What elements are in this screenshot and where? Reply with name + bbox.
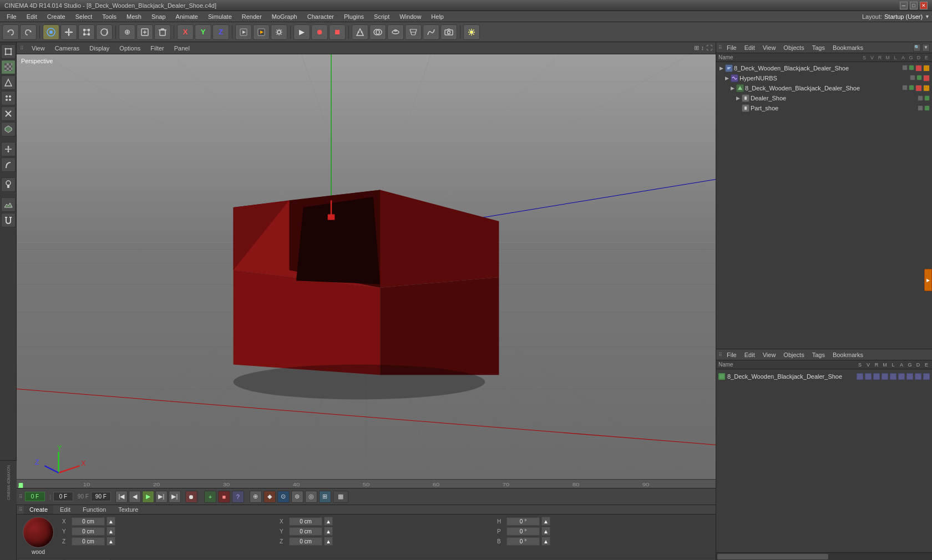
x-size-input[interactable]: [289, 517, 322, 526]
menu-simulate[interactable]: Simulate: [204, 12, 236, 21]
tree-item-dealer-shoe-obj[interactable]: ▶ 8_Deck_Wooden_Blackjack_Dealer_Shoe: [728, 83, 931, 93]
h-rot-up-button[interactable]: ▲: [541, 517, 550, 526]
autokey-button[interactable]: ◆: [264, 491, 276, 503]
current-frame-input[interactable]: [25, 492, 45, 501]
attr-cb-g[interactable]: [906, 373, 913, 380]
frame-counter-display[interactable]: [53, 492, 73, 501]
viewport-icon-1[interactable]: ⊞: [694, 44, 699, 52]
tc-0-1[interactable]: [902, 65, 908, 70]
keyframe-add-button[interactable]: +: [204, 491, 216, 503]
tab-function[interactable]: Function: [77, 505, 112, 514]
tc-3-1[interactable]: [918, 95, 923, 101]
attr-cb-d[interactable]: [915, 373, 921, 380]
om-menu-tags[interactable]: Tags: [809, 44, 828, 52]
om-filter-icon[interactable]: ▼: [922, 44, 930, 52]
viewport-3d[interactable]: Perspective: [17, 54, 716, 479]
om-menu-objects[interactable]: Objects: [780, 44, 807, 52]
menu-character[interactable]: Character: [303, 12, 338, 21]
grid-button[interactable]: ⊞: [319, 491, 331, 503]
delete-button[interactable]: [154, 24, 171, 40]
om-menu-file[interactable]: File: [723, 44, 740, 52]
render-settings-button[interactable]: [271, 24, 287, 40]
new-object-button[interactable]: [136, 24, 153, 40]
am-menu-view[interactable]: View: [759, 351, 779, 359]
x-axis-button[interactable]: X: [177, 24, 194, 40]
step-back-button[interactable]: ◀: [129, 491, 141, 503]
menu-render[interactable]: Render: [237, 12, 266, 21]
menu-tools[interactable]: Tools: [98, 12, 121, 21]
y-size-up-button[interactable]: ▲: [324, 527, 333, 536]
h-rot-input[interactable]: [506, 517, 540, 526]
brush-tool-button[interactable]: [1, 177, 16, 192]
p-rot-input[interactable]: [506, 527, 540, 536]
z-pos-input[interactable]: [72, 537, 105, 546]
p-rot-up-button[interactable]: ▲: [541, 527, 550, 536]
om-search-icon[interactable]: 🔍: [913, 44, 921, 52]
sweep-button[interactable]: [387, 24, 404, 40]
viewport-menu-view[interactable]: View: [27, 44, 49, 52]
tc-3-2[interactable]: [924, 95, 930, 101]
points-mode-button[interactable]: [1, 91, 16, 105]
menu-mograph[interactable]: MoGraph: [267, 12, 302, 21]
z-size-input[interactable]: [289, 537, 322, 546]
attr-cb-s[interactable]: [857, 373, 863, 380]
tab-edit[interactable]: Edit: [54, 505, 76, 514]
uv-mode-button[interactable]: [1, 75, 16, 90]
scale-button[interactable]: [78, 24, 95, 40]
render-to-picture-viewer-button[interactable]: [253, 24, 270, 40]
am-menu-objects[interactable]: Objects: [780, 351, 807, 359]
om-menu-view[interactable]: View: [759, 44, 779, 52]
y-pos-input[interactable]: [72, 527, 105, 536]
tab-create[interactable]: Create: [24, 505, 53, 514]
record-button[interactable]: ⏺: [311, 24, 328, 40]
viewport-icon-2[interactable]: ↕: [701, 44, 705, 52]
x-pos-up-button[interactable]: ▲: [107, 517, 115, 526]
viewport-menu-cameras[interactable]: Cameras: [50, 44, 84, 52]
texture-mode-button[interactable]: [1, 60, 16, 74]
menu-create[interactable]: Create: [43, 12, 70, 21]
am-menu-edit[interactable]: Edit: [741, 351, 758, 359]
tc-1-3[interactable]: [923, 75, 930, 82]
tc-1-1[interactable]: [910, 75, 915, 80]
subdiv-button[interactable]: [352, 24, 368, 40]
live-selection-button[interactable]: [43, 24, 59, 40]
menu-plugins[interactable]: Plugins: [340, 12, 368, 21]
tc-4-2[interactable]: [924, 105, 930, 111]
viewport-menu-display[interactable]: Display: [85, 44, 114, 52]
play-forward-button[interactable]: ▶: [142, 491, 154, 503]
om-menu-bookmarks[interactable]: Bookmarks: [829, 44, 867, 52]
attr-cb-l[interactable]: [890, 373, 896, 380]
motion-path-button[interactable]: ⊚: [291, 491, 303, 503]
boolean-button[interactable]: [369, 24, 386, 40]
tree-item-root-file[interactable]: ▶ 8_Deck_Wooden_Blackjack_Dealer_Shoe: [717, 63, 931, 73]
attr-cb-a[interactable]: [898, 373, 905, 380]
tc-1-2[interactable]: [916, 75, 922, 80]
x-size-up-button[interactable]: ▲: [324, 517, 333, 526]
attr-cb-e[interactable]: [923, 373, 930, 380]
om-menu-edit[interactable]: Edit: [741, 44, 758, 52]
menu-mesh[interactable]: Mesh: [122, 12, 146, 21]
tree-item-hypernurbs[interactable]: ▶ HyperNURBS: [723, 73, 931, 83]
record-marker-button[interactable]: ⊕: [250, 491, 262, 503]
am-menu-tags[interactable]: Tags: [809, 351, 828, 359]
tc-2-4[interactable]: [923, 85, 930, 91]
y-size-input[interactable]: [289, 527, 322, 536]
material-preview[interactable]: wood: [19, 517, 58, 556]
end-frame-input[interactable]: [91, 492, 111, 501]
timeline[interactable]: 0 10 20 30 40 50 60 70 80 90: [17, 479, 716, 488]
light-button[interactable]: [463, 24, 480, 40]
edges-mode-button[interactable]: [1, 106, 16, 121]
stop-button[interactable]: ⏹: [329, 24, 346, 40]
layout-selector[interactable]: Layout: Startup (User) ▼: [862, 13, 930, 20]
y-axis-button[interactable]: Y: [195, 24, 211, 40]
menu-script[interactable]: Script: [369, 12, 394, 21]
model-mode-button[interactable]: [1, 44, 16, 59]
polygons-mode-button[interactable]: [1, 122, 16, 136]
z-size-up-button[interactable]: ▲: [324, 537, 333, 546]
am-menu-file[interactable]: File: [723, 351, 740, 359]
stop-recording-button[interactable]: ■: [218, 491, 230, 503]
redo-button[interactable]: [20, 24, 37, 40]
viewport-icon-3[interactable]: ⛶: [706, 44, 712, 52]
menu-select[interactable]: Select: [71, 12, 97, 21]
maximize-button[interactable]: □: [910, 2, 918, 9]
